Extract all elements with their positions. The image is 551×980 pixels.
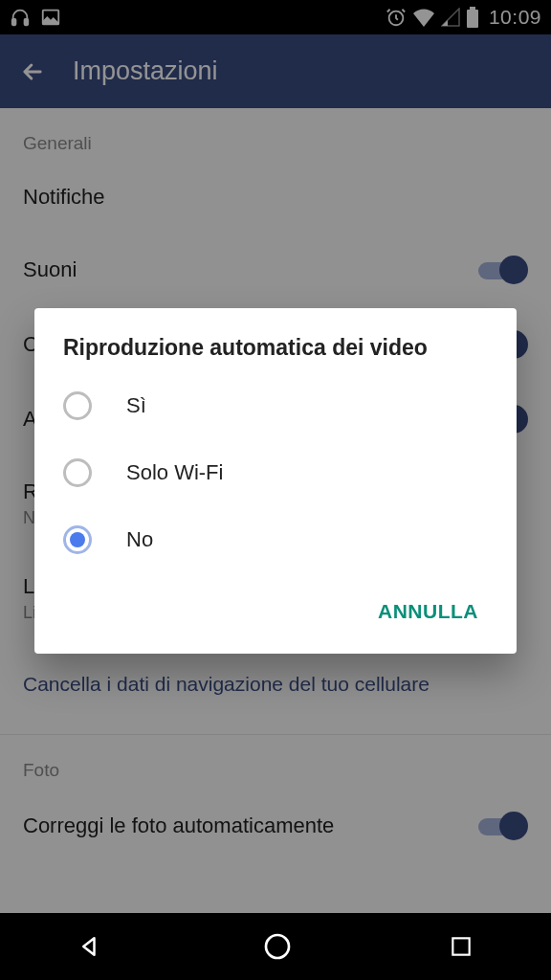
option-yes-label: Sì — [126, 393, 146, 418]
nav-home-icon[interactable] — [262, 931, 293, 962]
option-no-label: No — [126, 527, 153, 552]
radio-yes[interactable] — [63, 391, 92, 420]
svg-point-6 — [266, 935, 289, 958]
svg-rect-7 — [452, 938, 469, 954]
dialog-title: Riproduzione automatica dei video — [34, 335, 517, 372]
nav-bar — [0, 913, 551, 980]
cancel-button[interactable]: ANNULLA — [363, 589, 494, 635]
option-wifi[interactable]: Solo Wi-Fi — [34, 439, 517, 506]
option-wifi-label: Solo Wi-Fi — [126, 460, 223, 485]
radio-wifi[interactable] — [63, 458, 92, 487]
nav-back-icon[interactable] — [77, 932, 106, 961]
option-no[interactable]: No — [34, 506, 517, 573]
radio-no[interactable] — [63, 525, 92, 554]
autoplay-dialog: Riproduzione automatica dei video Sì Sol… — [34, 308, 517, 654]
option-yes[interactable]: Sì — [34, 372, 517, 439]
nav-recent-icon[interactable] — [449, 934, 474, 959]
